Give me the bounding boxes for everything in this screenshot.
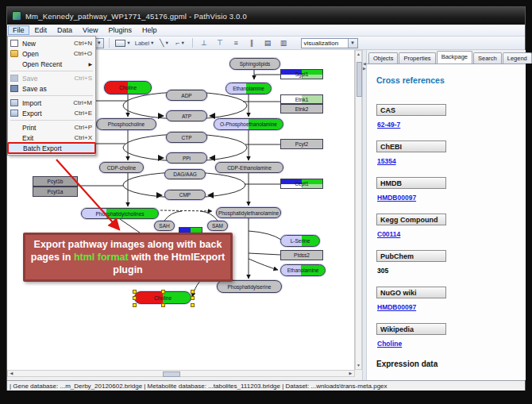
pathway-node-phosphatidylethanolamine[interactable]: Phosphatidylethanolamine (216, 207, 281, 218)
pathway-node-phosphatidylserine[interactable]: Phosphatidylserine (217, 280, 282, 293)
xref-link[interactable]: HMDB00097 (377, 303, 416, 311)
vertical-scroll-thumb[interactable] (357, 62, 362, 97)
file-menu-item-save-as[interactable]: Save as (8, 83, 95, 94)
xref-link[interactable]: C00114 (377, 230, 400, 238)
pathway-node-sphingolipids[interactable]: Sphingolipids (229, 58, 280, 70)
selection-handle[interactable] (191, 290, 195, 294)
file-menu-item-export[interactable]: ExportCtrl+E (8, 108, 95, 118)
tab-properties[interactable]: Properties (399, 52, 435, 63)
tab-objects[interactable]: Objects (368, 52, 398, 63)
pathway-node-sah[interactable]: SAH (154, 221, 175, 231)
tab-search[interactable]: Search (473, 52, 502, 63)
file-menu-item-print[interactable]: PrintCtrl+P (8, 122, 95, 133)
pathway-node-sam[interactable]: SAM (207, 221, 228, 231)
selection-handle[interactable] (161, 290, 165, 294)
pathway-node-etnk1[interactable]: Etnk1 (280, 94, 323, 104)
file-menu-item-exit[interactable]: ExitCtrl+X (8, 133, 95, 143)
pathway-node-choline-selected[interactable]: Choline (134, 291, 191, 304)
node-label: Phosphatidylserine (218, 281, 281, 292)
selection-handle[interactable] (133, 290, 137, 294)
pathway-node-phosphatidylcholines[interactable]: Phosphatidylcholines (81, 208, 159, 219)
gene-tool-button[interactable]: ▼ (114, 37, 131, 48)
pathway-node-ethanolamine-top[interactable]: Ethanolamine (226, 83, 272, 94)
xref-link[interactable]: 62-49-7 (377, 121, 400, 129)
menu-separator (10, 95, 93, 96)
menubar-item-file[interactable]: File (8, 25, 29, 35)
pathway-node-l-serine[interactable]: L-Serine (280, 235, 320, 247)
menubar-item-view[interactable]: View (78, 25, 102, 35)
menu-item-label: Save as (22, 85, 92, 93)
pathway-node-pcyt1b[interactable]: Pcyt1b (33, 176, 78, 187)
annotation-callout: Export pathway images along with back pa… (23, 233, 233, 282)
pathway-node-etnk2[interactable]: Etnk2 (280, 104, 323, 114)
align-center-button[interactable]: ⊥ (198, 37, 211, 48)
node-label: SAH (155, 221, 174, 230)
file-menu-item-import[interactable]: ImportCtrl+M (8, 98, 95, 108)
pathway-node-adp[interactable]: ADP (166, 90, 207, 101)
pathway-node-choline-top[interactable]: Choline (104, 81, 152, 94)
visualization-combobox[interactable]: visualization ▼ (301, 38, 358, 48)
tab-legend[interactable]: Legend (503, 52, 532, 63)
pathway-node-o-phosphoethanolamine[interactable]: O-Phosphoethanolamine (214, 118, 283, 130)
backpage-panel: Cross references CAS62-49-7ChEBI15354HMD… (367, 63, 526, 380)
selection-handle[interactable] (133, 303, 137, 307)
pathway-node-ptdss2[interactable]: Ptdss2 (280, 250, 323, 260)
stack-vertical-button[interactable]: ▤ (261, 37, 275, 48)
distribute-horizontal-button[interactable]: ≡ (229, 37, 243, 48)
pathway-node-ethanolamine-bottom[interactable]: Ethanolamine (280, 264, 326, 276)
pathway-node-cdp-choline[interactable]: CDP-choline (99, 162, 144, 173)
pathway-node-pcyt2[interactable]: Pcyt2 (280, 139, 323, 149)
xref-link[interactable]: HMDB00097 (377, 194, 416, 202)
pathway-node-atp[interactable]: ATP (166, 110, 207, 121)
connector-tool-button[interactable]: ⌐▼ (174, 37, 187, 48)
scroll-up-icon[interactable]: ▲ (356, 52, 361, 57)
file-menu-item-open[interactable]: OpenCtrl+O (8, 48, 95, 59)
pathway-node-pcyt1a[interactable]: Pcyt1a (33, 187, 78, 197)
xref-link[interactable]: 15354 (377, 157, 396, 165)
menu-item-label: Batch Export (23, 144, 91, 152)
xref-link[interactable]: Choline (377, 340, 402, 348)
tab-backpage[interactable]: Backpage (437, 51, 472, 63)
pathway-node-sgpl1[interactable]: Sgpl1 (280, 69, 323, 79)
menubar-item-data[interactable]: Data (52, 25, 77, 35)
label-tool-button[interactable]: Label▼ (134, 37, 156, 48)
file-menu-item-save[interactable]: SaveCtrl+S (8, 73, 95, 83)
canvas-vertical-scrollbar[interactable]: ▲ ▼ (355, 50, 362, 370)
pathway-node-ppi[interactable]: PPi (166, 152, 207, 164)
file-menu-item-open-recent[interactable]: Open Recent▶ (8, 59, 95, 69)
menu-item-label: Open Recent (22, 60, 88, 68)
selection-handle[interactable] (161, 303, 165, 307)
chevron-down-icon[interactable]: ▼ (126, 40, 130, 45)
selection-handle[interactable] (191, 303, 195, 307)
selection-handle[interactable] (133, 296, 137, 300)
scroll-down-icon[interactable]: ▼ (356, 363, 361, 368)
pathway-node-phosphocholine[interactable]: Phosphocholine (96, 118, 156, 130)
horizontal-scroll-thumb[interactable] (163, 371, 180, 377)
pathway-node-ctp[interactable]: CTP (166, 132, 207, 143)
pathway-node-cept1[interactable]: Cept1 (280, 179, 323, 189)
chevron-down-icon[interactable]: ▼ (165, 40, 169, 45)
scroll-right-icon[interactable]: ▶ (348, 371, 353, 376)
menubar-item-plugins[interactable]: Plugins (103, 25, 137, 35)
canvas-horizontal-scrollbar[interactable]: ◀ ▶ (7, 370, 355, 377)
title-bar[interactable]: Mm_Kennedy_pathway_WP1771_45176.gpml - P… (7, 7, 525, 25)
chevron-down-icon[interactable]: ▼ (150, 40, 154, 45)
chevron-down-icon[interactable]: ▼ (348, 39, 357, 48)
selection-handle[interactable] (191, 296, 195, 300)
align-middle-button[interactable]: ⊤ (214, 37, 227, 48)
menu-item-label: Open (22, 50, 74, 58)
line-tool-button[interactable]: ╲▼ (158, 37, 172, 48)
chevron-down-icon[interactable]: ▼ (180, 40, 184, 45)
menubar-item-help[interactable]: Help (137, 25, 162, 35)
stack-horizontal-button[interactable]: ▥ (277, 37, 291, 48)
distribute-vertical-button[interactable]: ∥ (245, 37, 259, 48)
menubar-item-edit[interactable]: Edit (30, 25, 52, 35)
status-bar: | Gene database: ...m_Derby_20120602.bri… (7, 380, 525, 391)
pathway-node-dag[interactable]: DAG/AAG (164, 169, 206, 179)
pathway-node-cdp-ethanolamine[interactable]: CDP-Ethanolamine (215, 162, 283, 173)
scroll-left-icon[interactable]: ◀ (9, 371, 14, 376)
menu-separator (10, 120, 93, 121)
file-menu-item-new[interactable]: NewCtrl+N (8, 38, 95, 48)
file-menu-item-batch-export[interactable]: Batch Export (8, 143, 95, 153)
pathway-node-cmp[interactable]: CMP (164, 190, 206, 200)
